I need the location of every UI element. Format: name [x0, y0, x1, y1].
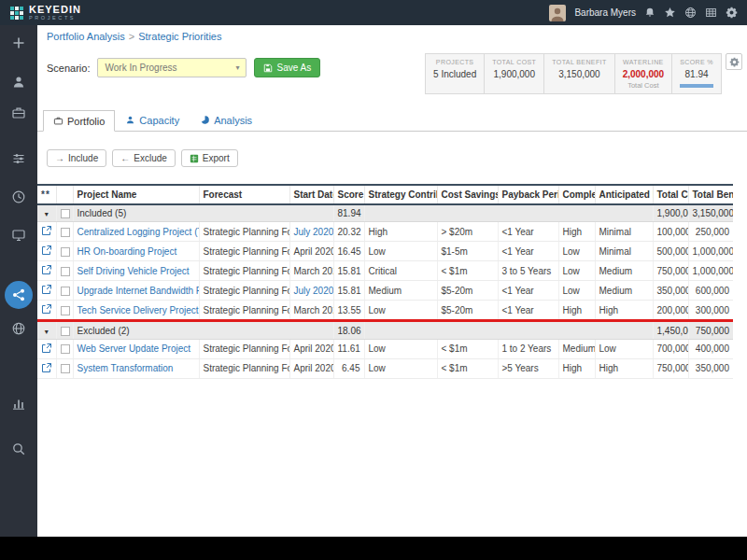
favorites-star-icon[interactable] [664, 7, 676, 19]
project-name-link[interactable]: HR On-boarding Project [78, 246, 177, 257]
tab-analysis[interactable]: Analysis [190, 109, 262, 131]
search-icon[interactable] [11, 441, 26, 456]
project-name-link[interactable]: Centralized Logging Project (T) [78, 227, 200, 237]
open-project-icon[interactable] [41, 343, 52, 354]
cell-strategy-contribution: Low [364, 339, 437, 358]
table-row[interactable]: Centralized Logging Project (T)Strategic… [37, 222, 733, 242]
monitor-icon[interactable] [11, 228, 26, 243]
open-project-icon[interactable] [41, 245, 52, 256]
cell-total-cost: 750,000 [653, 358, 688, 378]
cell-payback-period: <1 Year [498, 301, 558, 321]
waterline-settings-button[interactable] [726, 53, 742, 70]
col-cost-savings[interactable]: Cost Savings ($): [437, 185, 498, 204]
table-row[interactable]: HR On-boarding ProjectStrategic Planning… [37, 242, 733, 261]
project-name-link[interactable]: System Transformation [78, 363, 174, 373]
topbar: KEYEDIN PROJECTS Barbara Myers [0, 0, 747, 25]
exclude-button[interactable]: ← Exclude [112, 149, 176, 167]
table-row[interactable]: Web Server Update ProjectStrategic Plann… [37, 339, 733, 358]
resources-icon[interactable] [11, 75, 26, 90]
projects-briefcase-icon[interactable] [11, 105, 26, 120]
avatar[interactable] [549, 5, 566, 21]
cell-score: 15.81 [333, 261, 364, 281]
col-forecast[interactable]: Forecast [199, 185, 289, 204]
portfolio-analysis-icon[interactable] [5, 281, 33, 309]
breadcrumb-strategic-priorities[interactable]: Strategic Priorities [138, 31, 221, 42]
notifications-bell-icon[interactable] [644, 7, 655, 19]
project-name-link[interactable]: Self Driving Vehicle Project [78, 266, 190, 276]
export-spreadsheet-icon [190, 154, 199, 163]
cell-forecast: Strategic Planning Forecast [199, 281, 289, 301]
row-checkbox[interactable] [61, 287, 70, 296]
cell-cost-savings: > $20m [437, 222, 498, 242]
col-complexity[interactable]: Complexity: [558, 185, 595, 204]
group-checkbox[interactable] [61, 327, 70, 336]
open-project-icon[interactable] [41, 284, 52, 295]
cell-total-benefit: 250,000 [688, 222, 733, 242]
user-name[interactable]: Barbara Myers [574, 7, 636, 18]
apps-grid-icon[interactable] [705, 7, 717, 19]
globe-nav-icon[interactable] [11, 321, 26, 336]
column-menu-icon[interactable]: ** [41, 189, 50, 200]
start-date-link[interactable]: July 2020 [294, 227, 334, 237]
topbar-right: Barbara Myers [549, 5, 738, 21]
start-date-link[interactable]: July 2020 [294, 286, 334, 296]
row-checkbox[interactable] [61, 228, 70, 237]
row-checkbox[interactable] [61, 306, 70, 315]
col-score[interactable]: Score % [333, 185, 364, 204]
score-underline-bar [680, 84, 713, 88]
reports-chart-icon[interactable] [11, 396, 26, 411]
open-project-icon[interactable] [41, 264, 52, 275]
table-row[interactable]: System TransformationStrategic Planning … [37, 358, 733, 378]
open-project-icon[interactable] [41, 303, 52, 315]
group-label: Excluded (2) [78, 326, 130, 336]
portfolio-grid: ** Project Name Forecast Start Date Scor… [37, 184, 733, 379]
save-as-button[interactable]: Save As [254, 58, 320, 77]
stat-total-cost-label: TOTAL COST [492, 59, 536, 65]
cell-start-date: July 2020 [289, 281, 333, 301]
project-name-link[interactable]: Tech Service Delivery Project [78, 305, 199, 315]
globe-icon[interactable] [684, 7, 697, 19]
col-start-date[interactable]: Start Date [289, 185, 333, 204]
row-checkbox[interactable] [61, 364, 70, 373]
group-label: Included (5) [78, 208, 127, 218]
row-checkbox[interactable] [61, 247, 70, 257]
breadcrumb-portfolio-analysis[interactable]: Portfolio Analysis [47, 31, 125, 42]
col-strategy-contribution[interactable]: Strategy Contribution: [364, 185, 437, 204]
col-total-cost[interactable]: Total Cost [653, 185, 688, 204]
table-row[interactable]: Upgrade Internet Bandwidth ProjectStrate… [37, 281, 733, 301]
group-row[interactable]: ▾Excluded (2)18.061,450,000750,000 [37, 321, 733, 339]
export-button[interactable]: Export [181, 149, 238, 167]
group-checkbox[interactable] [61, 209, 70, 218]
col-total-benefit[interactable]: Total Benefit [688, 185, 733, 204]
group-total-benefit: 3,150,000 [688, 204, 733, 222]
cell-payback-period: <1 Year [498, 222, 558, 242]
table-row[interactable]: Self Driving Vehicle ProjectStrategic Pl… [37, 261, 733, 281]
bottom-bar [0, 537, 747, 560]
row-checkbox[interactable] [61, 267, 70, 276]
cell-score: 13.55 [333, 301, 364, 321]
collapse-arrow-icon[interactable]: ▾ [45, 328, 49, 336]
cell-score: 16.45 [333, 242, 364, 261]
include-button[interactable]: → Include [47, 149, 106, 167]
exclude-label: Exclude [134, 153, 167, 163]
scenario-select[interactable]: Work In Progress ▾ [97, 58, 247, 77]
tab-portfolio[interactable]: Portfolio [43, 110, 115, 132]
col-project-name[interactable]: Project Name [73, 185, 199, 204]
settings-gear-icon[interactable] [726, 7, 738, 19]
filters-sliders-icon[interactable] [11, 151, 26, 166]
open-project-icon[interactable] [41, 362, 52, 373]
collapse-arrow-icon[interactable]: ▾ [45, 210, 49, 218]
table-row[interactable]: Tech Service Delivery ProjectStrategic P… [37, 301, 733, 321]
col-anticipated-risk[interactable]: Anticipated Risk: [595, 185, 653, 204]
history-clock-icon[interactable] [11, 189, 26, 204]
project-name-link[interactable]: Web Server Update Project [78, 343, 191, 354]
project-name-link[interactable]: Upgrade Internet Bandwidth Project [78, 286, 200, 296]
open-project-icon[interactable] [41, 225, 52, 236]
group-row[interactable]: ▾Included (5)81.941,900,0003,150,000 [37, 204, 733, 222]
briefcase-icon [53, 116, 63, 126]
row-checkbox[interactable] [61, 344, 70, 354]
add-icon[interactable] [11, 35, 26, 50]
col-payback-period[interactable]: Payback Period: [498, 185, 558, 204]
keyedin-logo[interactable]: KEYEDIN PROJECTS [9, 5, 81, 21]
tab-capacity[interactable]: Capacity [115, 109, 190, 131]
